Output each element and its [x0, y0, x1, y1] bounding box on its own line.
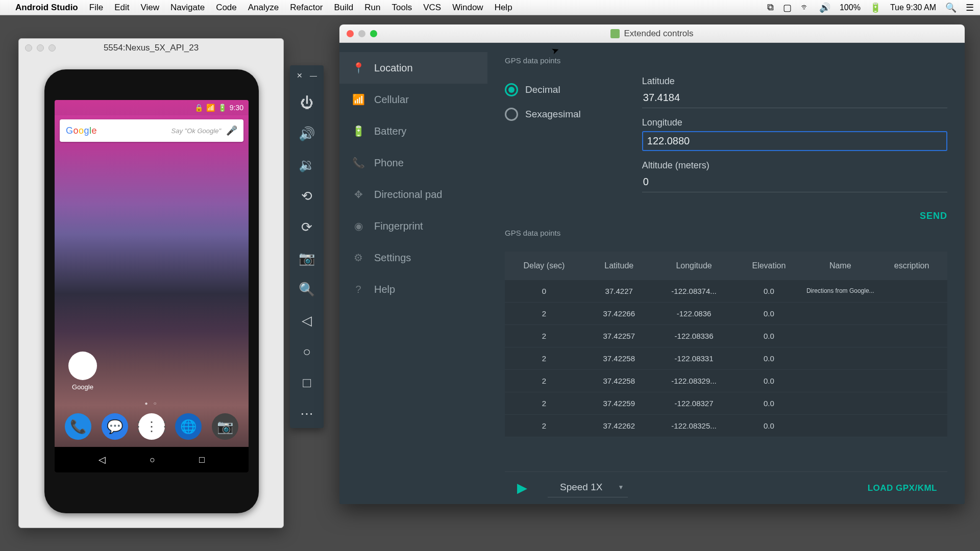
more-tool-icon[interactable]: ⋯	[300, 406, 313, 422]
camera-icon[interactable]: 📷	[299, 251, 315, 266]
power-icon[interactable]: ⏻	[300, 95, 313, 111]
category-help[interactable]: ?Help	[339, 273, 487, 305]
table-cell: 0.0	[733, 309, 804, 318]
camera-app-icon[interactable]: 📷	[212, 413, 238, 440]
category-label: Settings	[374, 252, 411, 264]
rotate-right-icon[interactable]: ⟳	[301, 219, 312, 235]
menu-tools[interactable]: Tools	[392, 3, 412, 13]
send-button[interactable]: SEND	[920, 211, 947, 221]
volume-up-icon[interactable]: 🔊	[299, 126, 315, 142]
decimal-radio[interactable]: Decimal	[505, 83, 581, 96]
longitude-value[interactable]: 122.0880	[642, 131, 947, 151]
messages-app-icon[interactable]: 💬	[102, 413, 128, 440]
table-row[interactable]: 237.42259-122.083270.0	[505, 392, 947, 415]
back-tool-icon[interactable]: ◁	[302, 313, 312, 329]
menu-analyze[interactable]: Analyze	[248, 3, 279, 13]
google-folder[interactable]: G Google	[66, 352, 100, 391]
overview-tool-icon[interactable]: □	[303, 375, 311, 391]
table-row[interactable]: 237.42266-122.08360.0	[505, 303, 947, 325]
category-phone[interactable]: 📞Phone	[339, 147, 487, 179]
airplay-icon[interactable]: ▢	[783, 2, 792, 13]
battery-small-icon: 🔋	[218, 104, 227, 112]
category-battery[interactable]: 🔋Battery	[339, 115, 487, 147]
toolbar-minimize-icon[interactable]: —	[310, 71, 317, 80]
latitude-label: Latitude	[642, 76, 947, 87]
menu-window[interactable]: Window	[452, 3, 483, 13]
phone-app-icon[interactable]: 📞	[65, 413, 91, 440]
screencast-icon[interactable]: ⧉	[767, 2, 774, 13]
menu-build[interactable]: Build	[334, 3, 354, 13]
table-cell: Directions from Google...	[804, 287, 876, 294]
toolbar-close-icon[interactable]: ✕	[297, 71, 303, 80]
latitude-value[interactable]: 37.4184	[642, 90, 947, 108]
menu-code[interactable]: Code	[216, 3, 237, 13]
browser-app-icon[interactable]: 🌐	[175, 413, 202, 440]
category-location[interactable]: 📍Location	[339, 52, 487, 84]
app-drawer-icon[interactable]: ⋮⋮⋮	[138, 413, 165, 440]
menu-run[interactable]: Run	[364, 3, 380, 13]
menu-edit[interactable]: Edit	[114, 3, 129, 13]
wifi-icon[interactable]: ᯤ	[801, 2, 810, 13]
spotlight-icon[interactable]: 🔍	[945, 2, 957, 13]
longitude-field[interactable]: Longitude 122.0880	[642, 117, 947, 151]
latitude-field[interactable]: Latitude 37.4184	[642, 76, 947, 108]
table-row[interactable]: 237.42258-122.08329...0.0	[505, 370, 947, 392]
category-fingerprint[interactable]: ◉Fingerprint	[339, 210, 487, 242]
emulator-minimize-icon[interactable]	[37, 44, 44, 52]
volume-down-icon[interactable]: 🔉	[299, 157, 315, 173]
altitude-field[interactable]: Altitude (meters) 0	[642, 160, 947, 192]
play-button[interactable]: ▶	[517, 480, 527, 496]
google-search-bar[interactable]: Google Say "Ok Google" 🎤	[60, 119, 243, 142]
android-navbar: ◁ ○ □	[55, 447, 249, 472]
table-cell: -122.08336	[655, 332, 733, 340]
menu-file[interactable]: File	[89, 3, 103, 13]
category-label: Fingerprint	[374, 220, 423, 232]
home-tool-icon[interactable]: ○	[303, 344, 311, 360]
speed-dropdown[interactable]: Speed 1X ▼	[548, 479, 628, 497]
category-icon: 🔋	[352, 125, 365, 137]
table-row[interactable]: 237.42258-122.083310.0	[505, 347, 947, 370]
google-folder-icon: G	[68, 352, 97, 380]
menubar-clock[interactable]: Tue 9:30 AM	[890, 3, 936, 12]
category-directional-pad[interactable]: ✥Directional pad	[339, 179, 487, 210]
sexagesimal-radio[interactable]: Sexagesimal	[505, 108, 581, 121]
app-name[interactable]: Android Studio	[15, 3, 78, 13]
menu-refactor[interactable]: Refactor	[290, 3, 323, 13]
table-row[interactable]: 237.42257-122.083360.0	[505, 325, 947, 347]
table-row[interactable]: 037.4227-122.08374...0.0Directions from …	[505, 280, 947, 303]
altitude-value[interactable]: 0	[642, 174, 947, 192]
extended-titlebar[interactable]: Extended controls ➤	[339, 24, 965, 43]
signal-icon: 📶	[206, 104, 215, 112]
menu-view[interactable]: View	[140, 3, 159, 13]
menu-help[interactable]: Help	[495, 3, 512, 13]
zoom-tool-icon[interactable]: 🔍	[299, 282, 315, 297]
menu-navigate[interactable]: Navigate	[170, 3, 205, 13]
menu-vcs[interactable]: VCS	[423, 3, 441, 13]
column-header: Delay (sec)	[505, 261, 583, 270]
rotate-left-icon[interactable]: ⟲	[301, 188, 312, 204]
load-gpx-button[interactable]: LOAD GPX/KML	[868, 483, 937, 493]
back-nav-icon[interactable]: ◁	[99, 454, 106, 465]
home-nav-icon[interactable]: ○	[150, 455, 155, 465]
phone-screen[interactable]: 🔒 📶 🔋 9:30 Google Say "Ok Google" 🎤 G Go…	[55, 100, 249, 472]
emulator-window: 5554:Nexus_5X_API_23 🔒 📶 🔋 9:30 Google S…	[18, 38, 284, 528]
hamburger-icon[interactable]: ☰	[966, 2, 974, 13]
battery-icon[interactable]: 🔋	[870, 2, 881, 13]
volume-icon[interactable]: 🔊	[819, 2, 830, 13]
table-cell: -122.08329...	[655, 377, 733, 385]
battery-percent[interactable]: 100%	[840, 3, 861, 12]
emulator-zoom-icon[interactable]	[48, 44, 56, 52]
category-label: Directional pad	[374, 189, 442, 201]
category-settings[interactable]: ⚙Settings	[339, 242, 487, 273]
playback-bar: ▶ Speed 1X ▼ LOAD GPX/KML	[505, 471, 947, 504]
table-cell: 2	[505, 354, 583, 363]
column-header: Name	[804, 261, 876, 270]
table-row[interactable]: 237.42262-122.08325...0.0	[505, 415, 947, 437]
emulator-close-icon[interactable]	[25, 44, 32, 52]
category-cellular[interactable]: 📶Cellular	[339, 84, 487, 115]
emulator-titlebar[interactable]: 5554:Nexus_5X_API_23	[19, 39, 283, 57]
mic-icon[interactable]: 🎤	[226, 125, 237, 136]
recents-nav-icon[interactable]: □	[199, 455, 205, 465]
status-time: 9:30	[230, 104, 243, 112]
table-cell: 37.42257	[583, 332, 655, 340]
